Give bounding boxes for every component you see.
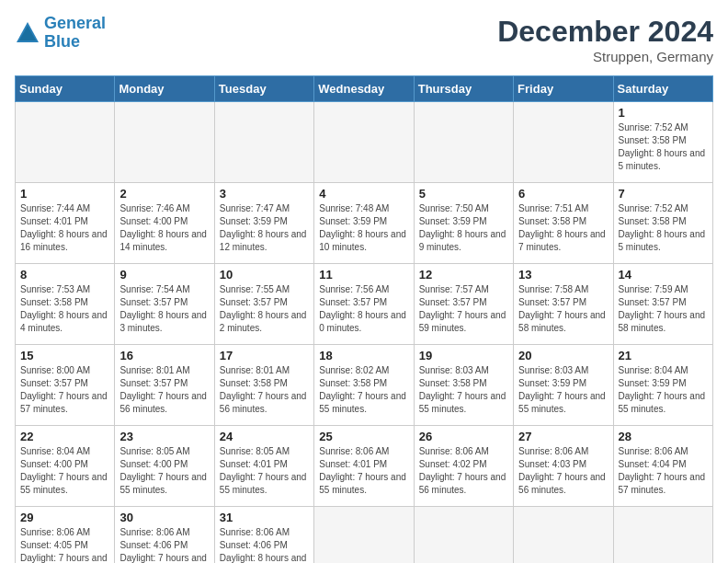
calendar-week-4: 22Sunrise: 8:04 AMSunset: 4:00 PMDayligh… (16, 426, 713, 507)
calendar-cell: 30Sunrise: 8:06 AMSunset: 4:06 PMDayligh… (115, 507, 214, 564)
day-info: Sunrise: 8:03 AMSunset: 3:59 PMDaylight:… (518, 364, 608, 416)
calendar-cell: 31Sunrise: 8:06 AMSunset: 4:06 PMDayligh… (214, 507, 313, 564)
calendar-cell (414, 507, 513, 564)
day-info: Sunrise: 8:06 AMSunset: 4:04 PMDaylight:… (619, 445, 708, 497)
calendar-cell (314, 507, 414, 564)
calendar-cell (314, 102, 414, 183)
logo-line2: Blue (44, 32, 80, 51)
calendar-cell: 7Sunrise: 7:52 AMSunset: 3:58 PMDaylight… (613, 183, 712, 264)
calendar-cell: 22Sunrise: 8:04 AMSunset: 4:00 PMDayligh… (16, 426, 115, 507)
day-info: Sunrise: 7:58 AMSunset: 3:57 PMDaylight:… (518, 283, 608, 335)
calendar-cell: 14Sunrise: 7:59 AMSunset: 3:57 PMDayligh… (613, 264, 712, 345)
day-info: Sunrise: 7:48 AMSunset: 3:59 PMDaylight:… (319, 202, 408, 254)
calendar-cell (214, 102, 313, 183)
day-info: Sunrise: 7:47 AMSunset: 3:59 PMDaylight:… (220, 202, 309, 254)
calendar-cell: 27Sunrise: 8:06 AMSunset: 4:03 PMDayligh… (514, 426, 613, 507)
day-info: Sunrise: 8:03 AMSunset: 3:58 PMDaylight:… (419, 364, 508, 416)
day-number: 3 (220, 187, 309, 201)
calendar-week-5: 29Sunrise: 8:06 AMSunset: 4:05 PMDayligh… (16, 507, 713, 564)
day-info: Sunrise: 8:05 AMSunset: 4:01 PMDaylight:… (220, 445, 309, 497)
day-number: 19 (419, 349, 508, 362)
calendar-cell: 12Sunrise: 7:57 AMSunset: 3:57 PMDayligh… (414, 264, 513, 345)
day-info: Sunrise: 8:06 AMSunset: 4:05 PMDaylight:… (20, 526, 109, 563)
calendar-week-1: 1Sunrise: 7:44 AMSunset: 4:01 PMDaylight… (16, 183, 713, 264)
month-title: December 2024 (497, 15, 713, 49)
day-info: Sunrise: 8:05 AMSunset: 4:00 PMDaylight:… (119, 445, 209, 497)
calendar: SundayMondayTuesdayWednesdayThursdayFrid… (15, 75, 713, 563)
calendar-cell: 5Sunrise: 7:50 AMSunset: 3:59 PMDaylight… (414, 183, 513, 264)
col-header-monday: Monday (115, 76, 214, 102)
day-number: 15 (20, 349, 109, 362)
day-number: 13 (518, 268, 608, 282)
calendar-cell: 2Sunrise: 7:46 AMSunset: 4:00 PMDaylight… (115, 183, 214, 264)
calendar-cell (514, 102, 613, 183)
calendar-week-0: 1Sunrise: 7:52 AMSunset: 3:58 PMDaylight… (16, 102, 713, 183)
calendar-cell: 10Sunrise: 7:55 AMSunset: 3:57 PMDayligh… (214, 264, 313, 345)
day-info: Sunrise: 7:44 AMSunset: 4:01 PMDaylight:… (20, 202, 109, 254)
calendar-cell: 9Sunrise: 7:54 AMSunset: 3:57 PMDaylight… (115, 264, 214, 345)
calendar-cell: 26Sunrise: 8:06 AMSunset: 4:02 PMDayligh… (414, 426, 513, 507)
day-info: Sunrise: 7:46 AMSunset: 4:00 PMDaylight:… (119, 202, 209, 254)
calendar-cell: 6Sunrise: 7:51 AMSunset: 3:58 PMDaylight… (514, 183, 613, 264)
day-info: Sunrise: 8:06 AMSunset: 4:01 PMDaylight:… (319, 445, 408, 497)
day-info: Sunrise: 7:52 AMSunset: 3:58 PMDaylight:… (619, 121, 708, 173)
day-info: Sunrise: 7:56 AMSunset: 3:57 PMDaylight:… (319, 283, 408, 335)
calendar-week-2: 8Sunrise: 7:53 AMSunset: 3:58 PMDaylight… (16, 264, 713, 345)
day-info: Sunrise: 7:52 AMSunset: 3:58 PMDaylight:… (619, 202, 708, 254)
day-number: 14 (619, 268, 708, 282)
day-number: 2 (119, 187, 209, 201)
day-number: 7 (619, 187, 708, 201)
calendar-cell: 15Sunrise: 8:00 AMSunset: 3:57 PMDayligh… (16, 345, 115, 426)
day-number: 17 (220, 349, 309, 362)
calendar-cell: 21Sunrise: 8:04 AMSunset: 3:59 PMDayligh… (613, 345, 712, 426)
day-info: Sunrise: 7:54 AMSunset: 3:57 PMDaylight:… (119, 283, 209, 335)
day-info: Sunrise: 7:57 AMSunset: 3:57 PMDaylight:… (419, 283, 508, 335)
day-info: Sunrise: 7:53 AMSunset: 3:58 PMDaylight:… (20, 283, 109, 335)
day-number: 1 (20, 187, 109, 201)
day-info: Sunrise: 8:04 AMSunset: 3:59 PMDaylight:… (619, 364, 708, 416)
calendar-cell: 3Sunrise: 7:47 AMSunset: 3:59 PMDaylight… (214, 183, 313, 264)
day-info: Sunrise: 7:59 AMSunset: 3:57 PMDaylight:… (619, 283, 708, 335)
day-number: 22 (20, 430, 109, 443)
calendar-cell: 24Sunrise: 8:05 AMSunset: 4:01 PMDayligh… (214, 426, 313, 507)
day-info: Sunrise: 8:06 AMSunset: 4:06 PMDaylight:… (119, 526, 209, 563)
calendar-cell (514, 507, 613, 564)
calendar-week-3: 15Sunrise: 8:00 AMSunset: 3:57 PMDayligh… (16, 345, 713, 426)
logo: General Blue (15, 15, 106, 52)
calendar-cell: 19Sunrise: 8:03 AMSunset: 3:58 PMDayligh… (414, 345, 513, 426)
calendar-cell: 1Sunrise: 7:52 AMSunset: 3:58 PMDaylight… (613, 102, 712, 183)
logo-icon (15, 20, 40, 46)
day-info: Sunrise: 8:06 AMSunset: 4:06 PMDaylight:… (220, 526, 309, 563)
calendar-cell: 16Sunrise: 8:01 AMSunset: 3:57 PMDayligh… (115, 345, 214, 426)
day-number: 29 (20, 511, 109, 524)
day-number: 18 (319, 349, 408, 362)
calendar-cell: 8Sunrise: 7:53 AMSunset: 3:58 PMDaylight… (16, 264, 115, 345)
day-number: 16 (119, 349, 209, 362)
calendar-cell: 23Sunrise: 8:05 AMSunset: 4:00 PMDayligh… (115, 426, 214, 507)
calendar-cell: 20Sunrise: 8:03 AMSunset: 3:59 PMDayligh… (514, 345, 613, 426)
calendar-cell: 13Sunrise: 7:58 AMSunset: 3:57 PMDayligh… (514, 264, 613, 345)
day-number: 24 (220, 430, 309, 443)
calendar-header-row: SundayMondayTuesdayWednesdayThursdayFrid… (16, 76, 713, 102)
day-number: 25 (319, 430, 408, 443)
day-number: 10 (220, 268, 309, 282)
logo-text: General Blue (44, 15, 106, 52)
col-header-tuesday: Tuesday (214, 76, 313, 102)
day-number: 12 (419, 268, 508, 282)
day-info: Sunrise: 7:55 AMSunset: 3:57 PMDaylight:… (220, 283, 309, 335)
day-info: Sunrise: 8:06 AMSunset: 4:03 PMDaylight:… (518, 445, 608, 497)
day-number: 23 (119, 430, 209, 443)
col-header-saturday: Saturday (613, 76, 712, 102)
day-number: 20 (518, 349, 608, 362)
day-number: 27 (518, 430, 608, 443)
calendar-cell: 18Sunrise: 8:02 AMSunset: 3:58 PMDayligh… (314, 345, 414, 426)
calendar-cell (414, 102, 513, 183)
calendar-cell: 17Sunrise: 8:01 AMSunset: 3:58 PMDayligh… (214, 345, 313, 426)
col-header-wednesday: Wednesday (314, 76, 414, 102)
subtitle: Struppen, Germany (497, 49, 713, 64)
calendar-cell: 28Sunrise: 8:06 AMSunset: 4:04 PMDayligh… (613, 426, 712, 507)
calendar-cell (115, 102, 214, 183)
day-info: Sunrise: 8:00 AMSunset: 3:57 PMDaylight:… (20, 364, 109, 416)
calendar-cell (613, 507, 712, 564)
day-number: 31 (220, 511, 309, 524)
